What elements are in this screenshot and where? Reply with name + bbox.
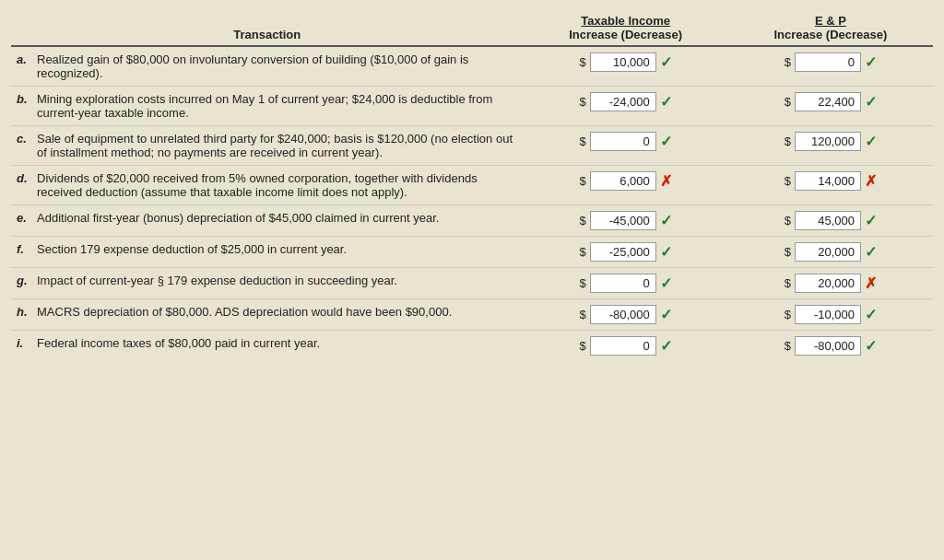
ep-cell: $ 120,000 ✓ (728, 126, 933, 166)
row-letter: i. (17, 336, 33, 350)
taxable-income-header: Taxable Income Increase (Decrease) (524, 9, 728, 46)
dollar-sign: $ (785, 339, 791, 353)
ep-cell: $ 22,400 ✓ (728, 87, 933, 126)
dollar-sign: $ (580, 214, 586, 228)
transaction-header: Transaction (11, 9, 524, 46)
row-letter: d. (17, 171, 33, 199)
ti-cell: $ 0 ✓ (524, 268, 728, 299)
ep-cell: $ 45,000 ✓ (728, 205, 933, 237)
ti-cell: $ -25,000 ✓ (524, 237, 728, 268)
ti-value[interactable]: -45,000 (590, 211, 656, 230)
ti-cell: $ 6,000 ✗ (524, 166, 728, 205)
ti-cell: $ -45,000 ✓ (524, 205, 728, 237)
ti-value[interactable]: -25,000 (590, 242, 656, 262)
ep-header-sub: Increase (Decrease) (734, 28, 927, 41)
ep-value[interactable]: -10,000 (795, 305, 861, 324)
row-description: Impact of current-year § 179 expense ded… (37, 274, 397, 287)
ti-value[interactable]: 0 (590, 274, 656, 293)
x-icon: ✗ (660, 172, 672, 190)
check-icon: ✓ (865, 133, 877, 150)
row-description: Mining exploration costs incurred on May… (37, 92, 518, 120)
ti-cell: $ -80,000 ✓ (524, 299, 728, 331)
dollar-sign: $ (580, 339, 586, 353)
table-row: g. Impact of current-year § 179 expense … (11, 268, 933, 299)
table-row: b. Mining exploration costs incurred on … (11, 87, 933, 126)
ep-value[interactable]: 45,000 (795, 211, 861, 230)
check-icon: ✓ (660, 133, 672, 150)
row-description: MACRS depreciation of $80,000. ADS depre… (37, 305, 452, 319)
dollar-sign: $ (785, 134, 791, 148)
table-row: h. MACRS depreciation of $80,000. ADS de… (11, 299, 933, 331)
row-description: Sale of equipment to unrelated third par… (37, 132, 518, 159)
row-description: Additional first-year (bonus) depreciati… (37, 211, 439, 225)
dollar-sign: $ (580, 55, 586, 69)
ep-header: E & P Increase (Decrease) (728, 9, 933, 46)
dollar-sign: $ (785, 55, 791, 69)
ti-header-top: Taxable Income (529, 14, 723, 28)
row-description: Realized gain of $80,000 on involuntary … (37, 52, 518, 80)
row-letter: a. (17, 52, 33, 80)
check-icon: ✓ (865, 93, 877, 111)
row-letter: c. (17, 132, 33, 159)
main-table: Transaction Taxable Income Increase (Dec… (11, 9, 933, 361)
table-row: i. Federal income taxes of $80,000 paid … (11, 331, 933, 362)
ti-value[interactable]: -24,000 (590, 92, 656, 111)
ep-value[interactable]: 22,400 (795, 92, 861, 111)
transaction-cell: b. Mining exploration costs incurred on … (11, 87, 524, 126)
table-row: c. Sale of equipment to unrelated third … (11, 126, 933, 166)
ep-value[interactable]: 14,000 (795, 171, 861, 191)
check-icon: ✓ (660, 53, 672, 71)
table-row: e. Additional first-year (bonus) depreci… (11, 205, 933, 237)
ep-value[interactable]: 120,000 (795, 132, 861, 151)
ep-value[interactable]: -80,000 (795, 336, 861, 356)
ep-value[interactable]: 20,000 (795, 274, 861, 293)
row-description: Section 179 expense deduction of $25,000… (37, 242, 347, 256)
transaction-cell: i. Federal income taxes of $80,000 paid … (11, 331, 524, 362)
ti-value[interactable]: 0 (590, 132, 656, 151)
dollar-sign: $ (785, 95, 791, 109)
row-letter: b. (17, 92, 33, 120)
transaction-header-label: Transaction (233, 28, 301, 41)
ti-value[interactable]: 6,000 (590, 171, 656, 191)
transaction-cell: g. Impact of current-year § 179 expense … (11, 268, 524, 299)
dollar-sign: $ (785, 276, 791, 290)
row-letter: g. (17, 274, 33, 287)
ep-cell: $ -80,000 ✓ (728, 331, 933, 362)
dollar-sign: $ (580, 134, 586, 148)
ep-value[interactable]: 0 (795, 52, 861, 72)
dollar-sign: $ (785, 214, 791, 228)
check-icon: ✓ (865, 337, 877, 355)
table-header: Transaction Taxable Income Increase (Dec… (11, 9, 933, 46)
check-icon: ✓ (865, 243, 877, 261)
table-row: d. Dividends of $20,000 received from 5%… (11, 166, 933, 205)
check-icon: ✓ (660, 243, 672, 261)
ep-value[interactable]: 20,000 (795, 242, 861, 262)
main-container: Transaction Taxable Income Increase (Dec… (0, 0, 944, 370)
dollar-sign: $ (785, 308, 791, 321)
ti-cell: $ 0 ✓ (524, 331, 728, 362)
dollar-sign: $ (580, 276, 586, 290)
dollar-sign: $ (785, 245, 791, 259)
check-icon: ✓ (660, 274, 672, 292)
ep-cell: $ -10,000 ✓ (728, 299, 933, 331)
check-icon: ✓ (660, 306, 672, 323)
x-icon: ✗ (865, 172, 877, 190)
row-description: Federal income taxes of $80,000 paid in … (37, 336, 320, 350)
ti-header-sub: Increase (Decrease) (529, 28, 723, 41)
x-icon: ✗ (865, 274, 877, 292)
check-icon: ✓ (660, 93, 672, 111)
table-row: a. Realized gain of $80,000 on involunta… (11, 46, 933, 87)
dollar-sign: $ (580, 174, 586, 188)
ti-value[interactable]: 0 (590, 336, 656, 356)
transaction-cell: f. Section 179 expense deduction of $25,… (11, 237, 524, 268)
row-letter: e. (17, 211, 33, 225)
ep-header-top: E & P (734, 14, 927, 28)
ti-value[interactable]: 10,000 (590, 52, 656, 72)
row-letter: f. (17, 242, 33, 256)
ti-cell: $ 0 ✓ (524, 126, 728, 166)
transaction-cell: d. Dividends of $20,000 received from 5%… (11, 166, 524, 205)
ti-value[interactable]: -80,000 (590, 305, 656, 324)
check-icon: ✓ (865, 212, 877, 229)
dollar-sign: $ (580, 308, 586, 321)
row-description: Dividends of $20,000 received from 5% ow… (37, 171, 518, 199)
